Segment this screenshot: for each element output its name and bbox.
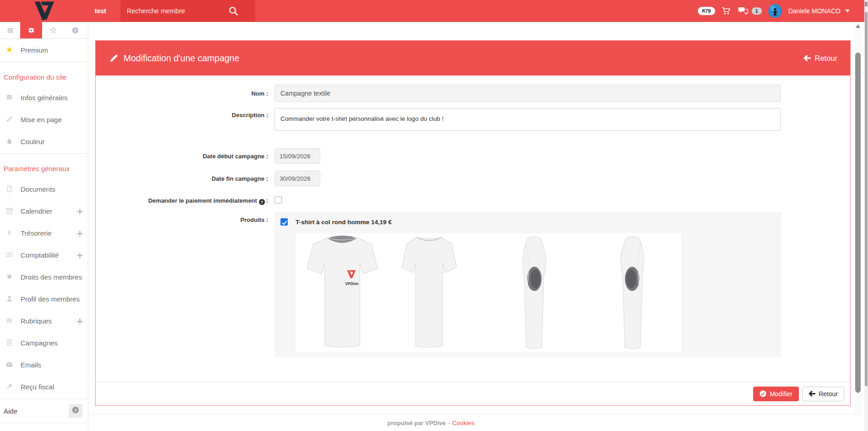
form-row-date-fin: Date fin campagne : [96, 171, 781, 186]
form-row-date-debut: Date début campagne : [96, 148, 781, 164]
nom-field[interactable] [275, 85, 781, 102]
avatar[interactable] [768, 4, 782, 18]
cart-icon[interactable] [722, 6, 732, 16]
tab-favorites[interactable] [42, 22, 64, 38]
paiement-label: Demander le paiement immédiatement?: [96, 197, 275, 205]
product-checkbox[interactable] [280, 218, 288, 226]
cookies-link[interactable]: Cookies [452, 420, 474, 426]
svg-text:VPDive: VPDive [345, 281, 358, 286]
plus-icon[interactable] [76, 230, 82, 236]
menu-icon [7, 27, 14, 34]
window-scrollbar[interactable] [864, 0, 868, 431]
paiement-checkbox[interactable] [275, 196, 282, 204]
form-row-paiement: Demander le paiement immédiatement?: [96, 196, 781, 205]
euro-icon: € [6, 229, 14, 237]
panel-header: Modification d'une campagne Retour [96, 41, 850, 75]
sidebar-item-campagnes[interactable]: Campagnes [0, 332, 88, 354]
sidebar-item-profil-des-membres[interactable]: Profil des membres [0, 288, 88, 310]
sidebar-item-tresorerie[interactable]: €Trésorerie [0, 222, 88, 244]
question-icon[interactable]: ? [259, 199, 265, 205]
messages-count-badge[interactable]: 1 [752, 7, 762, 15]
sidebar-item-mise-en-page[interactable]: Mise en page [0, 108, 88, 130]
plus-icon[interactable] [76, 252, 82, 258]
description-field[interactable]: Commander votre t-shirt personnalisé ave… [275, 108, 781, 131]
product-image: VPDive [296, 233, 681, 352]
svg-text:?: ? [74, 28, 76, 32]
scroll-up-arrow[interactable] [865, 2, 868, 6]
sidebar-item-rubriques[interactable]: Rubriques [0, 310, 88, 332]
sidebar-item-label: Infos générales [21, 94, 68, 102]
sidebar-nav: PremiumConfiguration du siteInfos généra… [0, 39, 88, 399]
banknote-icon [6, 251, 14, 259]
page-title: Modification d'une campagne [124, 53, 239, 64]
sidebar-item-label: Rubriques [21, 317, 52, 325]
tab-help[interactable]: ? [64, 22, 86, 38]
sidebar-help-row: Aide ? [0, 400, 88, 422]
sidebar-item-droits-des-membres[interactable]: Droits des membres [0, 266, 88, 288]
star-icon [6, 273, 14, 281]
tab-menu[interactable] [0, 22, 20, 38]
search-icon[interactable] [228, 6, 238, 16]
plus-icon[interactable] [76, 318, 82, 324]
member-search [120, 0, 255, 22]
paiement-colon: : [266, 197, 268, 204]
panel-footer: Modifier Retour [96, 382, 850, 405]
product-row: T-shirt à col rond homme 14,19 € [280, 218, 392, 226]
plus-icon[interactable] [76, 208, 82, 214]
sidebar-section-label: Configuration du site [0, 63, 88, 86]
doc-icon [6, 339, 14, 347]
modify-button[interactable]: Modifier [753, 387, 799, 401]
check-circle-icon [760, 390, 766, 397]
campaign-edit-panel: Modification d'une campagne Retour Nom :… [95, 40, 851, 406]
calendar-icon [6, 207, 14, 215]
sidebar-item-label: Documents [21, 185, 55, 193]
chevron-down-icon[interactable] [845, 10, 850, 12]
products-panel: T-shirt à col rond homme 14,19 € [275, 212, 782, 357]
separator: - [448, 420, 450, 426]
content-scrollbar[interactable] [854, 22, 862, 414]
sidebar-item-label: Mise en page [21, 116, 62, 124]
scrollbar-thumb[interactable] [855, 53, 861, 393]
scrollbar-thumb[interactable] [865, 12, 868, 386]
help-button[interactable]: ? [69, 404, 82, 418]
help-label: Aide [4, 407, 17, 415]
back-link[interactable]: Retour [803, 54, 837, 63]
person-icon [6, 295, 14, 303]
scroll-up-arrow[interactable] [856, 24, 860, 28]
vpdive-logo[interactable] [0, 0, 88, 22]
tab-settings[interactable] [20, 22, 42, 38]
scroll-down-arrow[interactable] [856, 390, 860, 394]
club-home-link[interactable]: test [95, 0, 106, 22]
svg-text:?: ? [74, 408, 77, 413]
sidebar-item-premium[interactable]: Premium [0, 39, 88, 61]
sidebar-item-emails[interactable]: Emails [0, 354, 88, 376]
question-icon: ? [72, 406, 79, 415]
date-fin-field[interactable] [275, 171, 320, 186]
sidebar-item-label: Reçu fiscal [21, 383, 54, 391]
droplet-icon [6, 138, 14, 145]
powered-by-text: propulsé par VPDive [388, 420, 446, 426]
back-button[interactable]: Retour [802, 387, 844, 401]
back-link-label: Retour [814, 54, 837, 63]
file-icon [6, 185, 14, 193]
sidebar-item-infos-generales[interactable]: Infos générales [0, 86, 88, 108]
date-fin-label: Date fin campagne : [96, 175, 275, 182]
search-input[interactable] [120, 7, 226, 15]
sidebar-section-label: Paramètres géneraux [0, 155, 88, 178]
lines-icon [6, 317, 14, 325]
divider [0, 153, 88, 154]
notification-count-badge[interactable]: 879 [698, 7, 715, 15]
sidebar-item-calendrier[interactable]: Calendrier [0, 200, 88, 222]
user-name[interactable]: Daniele MONACO [788, 7, 841, 15]
sidebar-item-comptabilite[interactable]: Comptabilité [0, 244, 88, 266]
date-debut-field[interactable] [275, 148, 320, 164]
sidebar-item-couleur[interactable]: Couleur [0, 130, 88, 152]
gavel-icon [6, 383, 14, 391]
sidebar-item-documents[interactable]: Documents [0, 178, 88, 200]
tshirt-side-view [515, 235, 554, 351]
sidebar-item-recu-fiscal[interactable]: Reçu fiscal [0, 376, 88, 398]
sidebar-tab-bar: ? [0, 22, 88, 39]
chat-icon[interactable] [738, 6, 748, 16]
main-content: Modification d'une campagne Retour Nom :… [89, 22, 862, 414]
pencil-icon [109, 54, 118, 63]
